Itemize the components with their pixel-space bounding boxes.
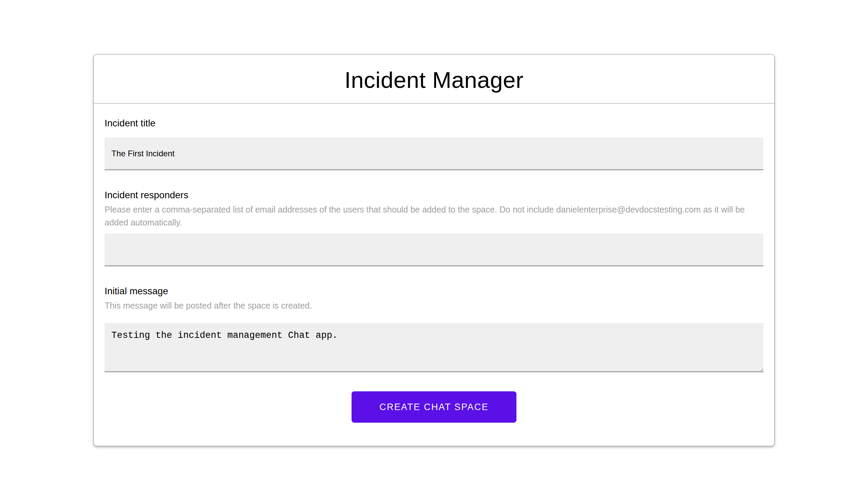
incident-responders-label: Incident responders: [105, 189, 763, 201]
initial-message-label: Initial message: [105, 285, 763, 297]
incident-responders-input[interactable]: [105, 234, 763, 266]
page-title: Incident Manager: [94, 68, 774, 91]
incident-title-label: Incident title: [105, 118, 763, 129]
button-row: CREATE CHAT SPACE: [105, 391, 763, 423]
card-header: Incident Manager: [94, 54, 774, 104]
create-chat-space-button[interactable]: CREATE CHAT SPACE: [352, 391, 516, 423]
initial-message-helper-text: This message will be posted after the sp…: [105, 299, 763, 312]
incident-manager-card: Incident Manager Incident title Incident…: [93, 54, 775, 446]
incident-responders-section: Incident responders Please enter a comma…: [105, 189, 763, 266]
incident-responders-helper-text: Please enter a comma-separated list of e…: [105, 203, 763, 229]
incident-title-input[interactable]: [105, 138, 763, 170]
initial-message-textarea[interactable]: Testing the incident management Chat app…: [105, 323, 763, 372]
incident-title-section: Incident title: [105, 118, 763, 170]
incident-form: Incident title Incident responders Pleas…: [94, 104, 774, 446]
initial-message-section: Initial message This message will be pos…: [105, 285, 763, 372]
